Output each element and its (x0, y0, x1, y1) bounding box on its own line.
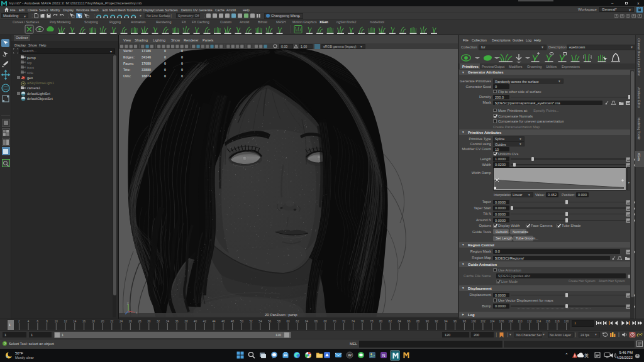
svg-text:94: 94 (444, 320, 448, 323)
svg-text:18: 18 (92, 320, 96, 323)
svg-text:28: 28 (138, 320, 142, 323)
svg-text:10: 10 (55, 320, 58, 323)
svg-text:98: 98 (463, 320, 467, 323)
svg-text:62: 62 (296, 320, 299, 323)
svg-text:60: 60 (287, 320, 291, 323)
svg-text:46: 46 (221, 320, 225, 323)
svg-text:70: 70 (333, 320, 336, 323)
svg-text:20: 20 (101, 320, 105, 323)
svg-text:8: 8 (46, 320, 48, 323)
svg-text:72: 72 (342, 320, 346, 323)
svg-text:22: 22 (110, 320, 114, 323)
svg-text:120: 120 (564, 320, 569, 323)
svg-text:110: 110 (518, 320, 523, 323)
svg-text:68: 68 (324, 320, 328, 323)
svg-text:86: 86 (407, 320, 411, 323)
svg-text:106: 106 (499, 320, 504, 323)
svg-text:80: 80 (379, 320, 383, 323)
svg-text:82: 82 (389, 320, 392, 323)
svg-text:64: 64 (305, 320, 309, 323)
svg-text:50: 50 (240, 320, 244, 323)
svg-text:116: 116 (545, 320, 550, 323)
svg-text:100: 100 (471, 320, 476, 323)
svg-text:34: 34 (166, 320, 170, 323)
svg-text:88: 88 (416, 320, 420, 323)
svg-text:104: 104 (490, 320, 495, 323)
svg-text:114: 114 (536, 320, 541, 323)
svg-text:76: 76 (361, 320, 365, 323)
svg-text:84: 84 (398, 320, 402, 323)
svg-text:108: 108 (508, 320, 513, 323)
svg-text:1: 1 (9, 323, 11, 327)
svg-text:66: 66 (314, 320, 318, 323)
svg-text:74: 74 (352, 320, 355, 323)
svg-text:118: 118 (555, 320, 560, 323)
svg-text:W: W (348, 353, 352, 357)
svg-text:32: 32 (157, 320, 160, 323)
svg-text:12: 12 (64, 320, 68, 323)
svg-text:58: 58 (277, 320, 281, 323)
svg-text:2: 2 (18, 320, 20, 323)
svg-text:48: 48 (231, 320, 235, 323)
svg-text:52: 52 (250, 320, 253, 323)
svg-text:54: 54 (258, 320, 262, 323)
svg-text:42: 42 (203, 320, 207, 323)
svg-text:16: 16 (82, 320, 86, 323)
svg-text:y: y (127, 302, 129, 305)
svg-text:24: 24 (119, 320, 123, 323)
svg-text:90: 90 (426, 320, 430, 323)
svg-text:38: 38 (184, 320, 188, 323)
svg-text:30: 30 (147, 320, 151, 323)
svg-text:56: 56 (268, 320, 272, 323)
svg-text:N: N (382, 353, 386, 358)
svg-text:102: 102 (480, 320, 486, 323)
svg-text:92: 92 (435, 320, 439, 323)
svg-text:26: 26 (129, 320, 133, 323)
svg-text:4: 4 (28, 320, 30, 323)
svg-text:96: 96 (453, 320, 457, 323)
svg-text:14: 14 (73, 320, 77, 323)
svg-text:112: 112 (527, 320, 532, 323)
svg-text:78: 78 (370, 320, 374, 323)
svg-text:36: 36 (175, 320, 179, 323)
svg-text:6: 6 (37, 320, 39, 323)
svg-text:44: 44 (213, 320, 216, 323)
svg-text:40: 40 (194, 320, 197, 323)
svg-text:x: x (136, 310, 138, 314)
